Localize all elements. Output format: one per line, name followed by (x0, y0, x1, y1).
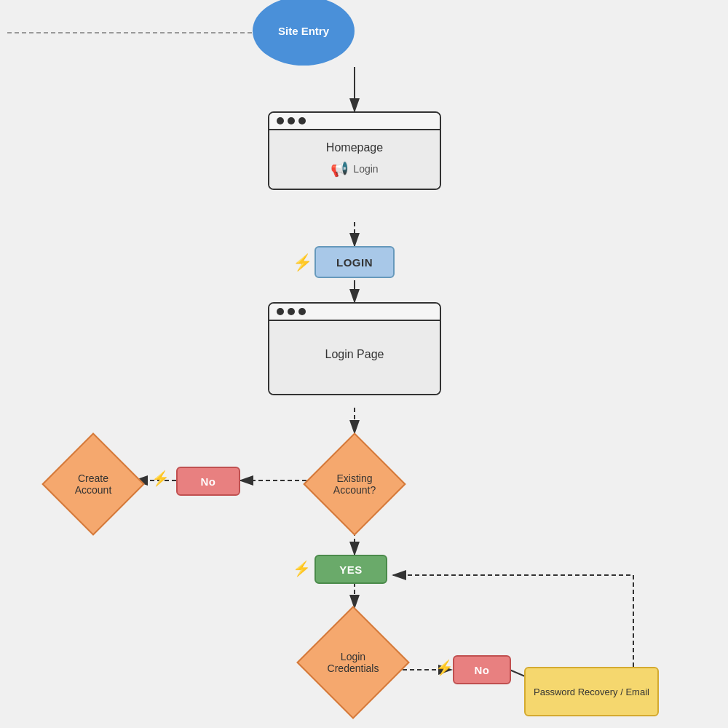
lightning-icon-4: ⚡ (435, 659, 454, 676)
login-credentials-shape: Login Credentials (296, 606, 410, 719)
existing-account-label: Existing Account? (322, 472, 387, 496)
site-entry-node: Site Entry (253, 0, 355, 66)
login-credentials-diamond: Login Credentials (277, 608, 430, 717)
dot6 (298, 308, 306, 315)
no-button-2[interactable]: No (453, 655, 511, 684)
existing-account-diamond: Existing Account? (278, 433, 431, 535)
no-button-1-label: No (201, 475, 216, 488)
lightning-icon-2: ⚡ (151, 470, 170, 487)
flowchart: Site Entry Homepage 📢 Login ⚡ LOGIN Logi (0, 0, 728, 728)
create-account-label: Create Account (60, 472, 126, 496)
login-page-window: Login Page (268, 302, 441, 395)
dot4 (277, 308, 284, 315)
login-page-title: Login Page (325, 348, 384, 361)
site-entry-label: Site Entry (278, 25, 329, 37)
dot5 (288, 308, 295, 315)
create-account-diamond: Create Account (40, 440, 146, 528)
login-button[interactable]: LOGIN (314, 246, 395, 278)
homepage-content: Homepage 📢 Login (269, 130, 440, 189)
dot2 (288, 117, 295, 124)
megaphone-icon: 📢 (331, 160, 349, 178)
homepage-window: Homepage 📢 Login (268, 111, 441, 190)
dot1 (277, 117, 284, 124)
login-page-titlebar (269, 304, 440, 321)
login-page-content: Login Page (269, 321, 440, 394)
dot3 (298, 117, 306, 124)
login-hint-label: Login (353, 163, 378, 175)
lightning-icon-3: ⚡ (293, 560, 311, 577)
homepage-title: Homepage (326, 141, 383, 154)
no-button-2-label: No (475, 664, 490, 676)
existing-account-shape: Existing Account? (303, 432, 405, 535)
login-credentials-label: Login Credentials (323, 651, 384, 674)
password-recovery-label: Password Recovery / Email (534, 687, 649, 697)
lightning-icon-1: ⚡ (293, 253, 312, 272)
no-button-1[interactable]: No (176, 467, 240, 496)
login-hint: 📢 Login (331, 160, 378, 178)
password-recovery-box: Password Recovery / Email (524, 667, 659, 716)
yes-button[interactable]: YES (314, 555, 387, 584)
homepage-titlebar (269, 113, 440, 130)
login-button-label: LOGIN (336, 256, 373, 269)
create-account-shape: Create Account (41, 432, 144, 535)
yes-button-label: YES (339, 563, 363, 576)
